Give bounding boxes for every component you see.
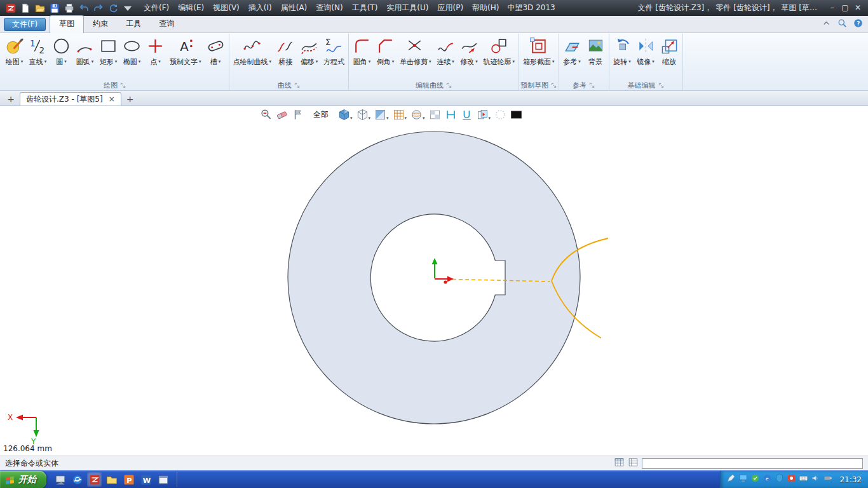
command-search-button[interactable]	[837, 18, 847, 30]
ribbon-button-slot[interactable]: 槽▾	[204, 34, 227, 80]
show-desktop-button[interactable]	[53, 472, 67, 487]
ribbon-button-fillet[interactable]: 圆角▾	[350, 34, 374, 80]
ribbon-tab-inquire[interactable]: 查询	[150, 16, 183, 32]
dialog-launcher-icon[interactable]	[294, 83, 300, 88]
redo-button[interactable]	[92, 1, 105, 15]
zw3d-app-button[interactable]	[87, 472, 102, 487]
browser-button[interactable]	[70, 472, 85, 487]
sphere-display-button[interactable]: ▾	[410, 108, 426, 121]
ribbon-button-one-click-trim[interactable]: 单击修剪▾	[397, 34, 434, 80]
ribbon-button-scale[interactable]: 缩放	[658, 34, 681, 80]
ribbon-tab-constraint[interactable]: 约束	[84, 16, 117, 32]
ribbon-button-chamfer[interactable]: 倒角▾	[374, 34, 397, 80]
ribbon-button-background[interactable]: 背景	[584, 34, 607, 80]
dim-circle-button[interactable]	[494, 108, 507, 121]
h-constraint-button[interactable]	[444, 108, 458, 121]
menu-insert[interactable]: 插入(I)	[244, 0, 276, 16]
ribbon-button-curve-by-points[interactable]: 点绘制曲线▾	[231, 34, 275, 80]
tray-volume[interactable]	[811, 473, 820, 485]
ribbon-button-trace-profile[interactable]: 轨迹轮廓▾	[481, 34, 518, 80]
menu-view[interactable]: 视图(V)	[208, 0, 244, 16]
list-panel-button[interactable]	[628, 457, 639, 470]
ribbon-tab-tools[interactable]: 工具	[117, 16, 150, 32]
menu-help[interactable]: 帮助(H)	[468, 0, 503, 16]
image-capture-button[interactable]	[428, 108, 442, 121]
tray-usb[interactable]	[823, 473, 832, 485]
add-tab-button[interactable]: +	[125, 93, 136, 105]
ribbon-tab-sketch[interactable]: 草图	[50, 15, 84, 33]
minimize-button[interactable]: –	[826, 0, 839, 16]
ribbon-button-sketch-draw[interactable]: 绘图▾	[3, 34, 26, 80]
grid-display-button[interactable]: ▾	[392, 108, 408, 121]
tray-security[interactable]	[775, 473, 784, 485]
ribbon-button-ellipse[interactable]: 椭圆▾	[120, 34, 144, 80]
menu-inquire[interactable]: 查询(N)	[311, 0, 347, 16]
find-entity-button[interactable]	[259, 108, 273, 121]
regen-button[interactable]	[106, 1, 119, 15]
ribbon-button-equation[interactable]: Σ方程式	[321, 34, 347, 80]
ribbon-button-ready-text[interactable]: A预制文字▾	[167, 34, 204, 80]
wireframe-view-button[interactable]: ▾	[356, 108, 372, 121]
menu-applications[interactable]: 应用(P)	[433, 0, 468, 16]
flag-button[interactable]	[291, 108, 304, 121]
plane-display-button[interactable]: ▾	[374, 108, 390, 121]
ribbon-button-arc[interactable]: 圆弧▾	[73, 34, 97, 80]
tray-browser[interactable]: e	[763, 473, 772, 485]
ribbon-button-point[interactable]: 点▾	[144, 34, 167, 80]
dialog-launcher-icon[interactable]	[120, 83, 126, 88]
app-logo-button[interactable]	[4, 1, 17, 15]
qa-more-button[interactable]	[121, 1, 134, 15]
open-file-button[interactable]	[33, 1, 46, 15]
save-file-button[interactable]	[48, 1, 61, 15]
sketch-canvas[interactable]: X Y 126.064 mm 全部▾▾▾▾▾▾	[0, 106, 868, 456]
menu-attributes[interactable]: 属性(A)	[276, 0, 312, 16]
ribbon-button-continuity[interactable]: 连续▾	[434, 34, 458, 80]
menu-edit[interactable]: 编辑(E)	[173, 0, 208, 16]
file-menu-button[interactable]: 文件(F)	[4, 18, 46, 31]
ribbon-button-circle[interactable]: 圆▾	[50, 34, 73, 80]
u-constraint-button[interactable]	[460, 108, 473, 121]
menu-tools[interactable]: 工具(T)	[348, 0, 383, 16]
tray-pen[interactable]	[726, 473, 736, 485]
shade-view-button[interactable]: ▾	[337, 108, 353, 121]
new-document-tab-button[interactable]: +	[5, 93, 17, 105]
print-button[interactable]	[62, 1, 76, 15]
dialog-launcher-icon[interactable]	[589, 83, 595, 88]
tray-antivirus[interactable]	[750, 473, 760, 485]
menu-utilities[interactable]: 实用工具(U)	[382, 0, 433, 16]
tray-ime[interactable]	[799, 473, 808, 485]
new-file-button[interactable]	[18, 1, 32, 15]
word-button[interactable]: W	[139, 472, 153, 487]
dialog-launcher-icon[interactable]	[446, 83, 452, 88]
dialog-launcher-icon[interactable]	[658, 83, 664, 88]
powerpoint-button[interactable]: P	[121, 472, 136, 487]
ribbon-button-mirror[interactable]: 镜像▾	[634, 34, 658, 80]
undo-button[interactable]	[77, 1, 90, 15]
tray-update[interactable]	[787, 473, 796, 485]
close-button[interactable]: ✕	[851, 0, 864, 16]
tray-display[interactable]	[738, 473, 748, 485]
file-explorer-button[interactable]	[104, 472, 119, 487]
command-input[interactable]	[642, 458, 863, 469]
document-tab-active[interactable]: 齿轮设计.Z3 - [草图5] ×	[20, 92, 121, 105]
ribbon-button-box-section[interactable]: 箱形截面▾	[520, 34, 557, 80]
start-button[interactable]: 开始	[0, 471, 46, 488]
color-swatch-button[interactable]	[510, 108, 523, 121]
ribbon-button-reference[interactable]: 参考▾	[560, 34, 584, 80]
ribbon-button-rectangle[interactable]: 矩形▾	[97, 34, 120, 80]
grid-panel-button[interactable]	[614, 457, 625, 470]
collapse-ribbon-button[interactable]	[822, 18, 831, 30]
erase-button[interactable]	[275, 108, 288, 121]
generic-window-button[interactable]	[156, 472, 170, 487]
help-button[interactable]: ?	[853, 18, 863, 30]
maximize-button[interactable]: ▢	[839, 0, 851, 16]
ribbon-button-modify[interactable]: 修改▾	[458, 34, 481, 80]
entity-filter-dropdown[interactable]: 全部	[313, 109, 329, 120]
close-tab-button[interactable]: ×	[109, 95, 115, 103]
ribbon-button-line[interactable]: 12直线▾	[26, 34, 50, 80]
dialog-launcher-icon[interactable]	[551, 83, 557, 88]
compare-docs-button[interactable]: ▾	[476, 108, 492, 121]
menu-file[interactable]: 文件(F)	[139, 0, 173, 16]
ribbon-button-rotate[interactable]: 旋转▾	[611, 34, 634, 80]
ribbon-button-offset[interactable]: 偏移▾	[297, 34, 321, 80]
